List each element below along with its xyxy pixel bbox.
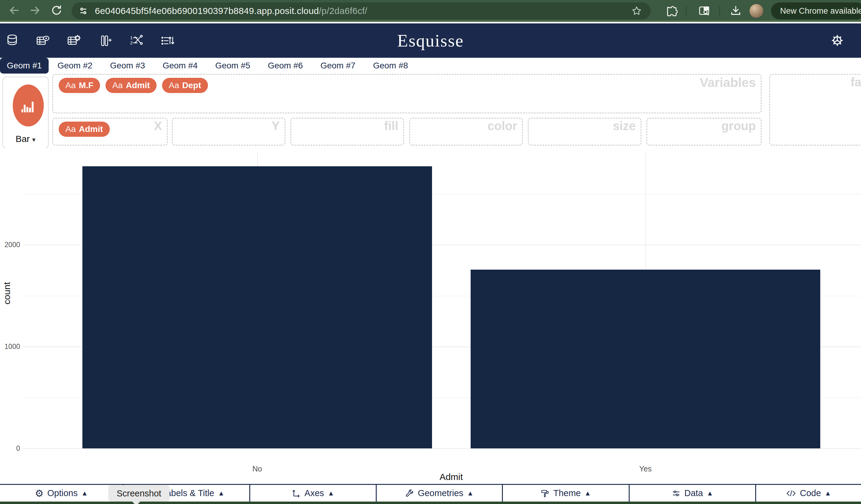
text-type-icon: Aa bbox=[65, 81, 76, 90]
collapse-caret-icon: ▲ bbox=[467, 489, 474, 497]
toolbar-button-label: Geometries bbox=[418, 488, 463, 498]
plot-output: 010002000NoYesAdmitcount bbox=[0, 148, 861, 484]
gear-icon: ⚙ bbox=[35, 489, 44, 498]
chevron-down-icon: ▾ bbox=[32, 136, 36, 144]
variable-pill-label: Dept bbox=[182, 81, 201, 90]
toolbar-button-label: Options bbox=[47, 488, 78, 498]
text-type-icon: Aa bbox=[169, 81, 179, 90]
chrome-update-label: New Chrome available bbox=[780, 6, 861, 16]
create-column-icon[interactable] bbox=[97, 33, 113, 49]
y-tick-label: 1000 bbox=[1, 343, 20, 351]
gear-icon[interactable] bbox=[829, 32, 845, 48]
download-icon[interactable] bbox=[727, 2, 744, 19]
wrench-icon bbox=[405, 489, 414, 498]
variables-dropzone[interactable]: Variables AaM.FAaAdmitAaDept bbox=[52, 74, 762, 113]
axes-toolbar-button[interactable]: Axes▲ bbox=[250, 485, 377, 502]
x-axis-title: Admit bbox=[440, 472, 463, 482]
theme-toolbar-button[interactable]: Theme▲ bbox=[503, 485, 630, 502]
cut-variable-icon[interactable]: 12 bbox=[128, 33, 144, 49]
variable-pill-m.f[interactable]: AaM.F bbox=[59, 78, 100, 93]
forward-button[interactable] bbox=[27, 2, 44, 19]
variables-zone-label: Variables bbox=[700, 76, 756, 90]
major-gridline bbox=[23, 448, 861, 449]
collapse-caret-icon: ▲ bbox=[328, 489, 334, 497]
variable-pill-dept[interactable]: AaDept bbox=[162, 78, 208, 93]
facet-dropzone[interactable]: fa bbox=[769, 74, 861, 146]
geom-selector-label[interactable]: Bar▾ bbox=[3, 134, 48, 144]
window-bottom-edge bbox=[0, 502, 861, 504]
text-type-icon: Aa bbox=[65, 124, 76, 134]
variable-pill-label: M.F bbox=[79, 81, 93, 90]
paint-roller-icon bbox=[541, 489, 550, 498]
url-domain: 6e040645bf5f4e06b6900190397b8849.app.pos… bbox=[95, 6, 319, 16]
update-variables-icon[interactable] bbox=[66, 33, 82, 49]
chrome-update-button[interactable]: New Chrome available bbox=[771, 2, 861, 19]
aes-mapping-panel: Bar▾ Variables AaM.FAaAdmitAaDept XAaAdm… bbox=[0, 73, 861, 148]
axes-icon bbox=[291, 489, 301, 498]
dropzone-y[interactable]: Y bbox=[172, 118, 286, 146]
toolbar-divider bbox=[686, 6, 686, 16]
tab-geom-3[interactable]: Geom #3 bbox=[101, 58, 154, 73]
dropzone-label: group bbox=[722, 119, 756, 133]
browser-toolbar: 6e040645bf5f4e06b6900190397b8849.app.pos… bbox=[0, 0, 861, 22]
collapse-caret-icon: ▲ bbox=[824, 489, 831, 497]
extensions-icon[interactable] bbox=[663, 2, 680, 19]
tooltip-caret bbox=[132, 501, 140, 504]
dropzone-label: fill bbox=[384, 119, 398, 133]
tab-geom-2[interactable]: Geom #2 bbox=[49, 58, 101, 73]
tab-geom-6[interactable]: Geom #6 bbox=[259, 58, 312, 73]
code-toolbar-button[interactable]: Code▲ bbox=[756, 485, 861, 502]
text-type-icon: Aa bbox=[112, 81, 123, 90]
y-axis-title: count bbox=[2, 282, 12, 304]
screenshot-tooltip: Screenshot bbox=[108, 485, 170, 502]
y-tick-label: 2000 bbox=[1, 241, 20, 249]
dropzone-fill[interactable]: fill bbox=[290, 118, 404, 146]
bar-chart-icon bbox=[13, 84, 44, 126]
dropzone-size[interactable]: size bbox=[528, 118, 642, 146]
dropzone-color[interactable]: color bbox=[409, 118, 523, 146]
geom-selector[interactable]: Bar▾ bbox=[2, 77, 49, 149]
variable-pill-admit[interactable]: AaAdmit bbox=[59, 122, 110, 137]
variable-pill-label: Admit bbox=[79, 124, 103, 134]
tab-geom-8[interactable]: Geom #8 bbox=[364, 58, 417, 73]
database-icon[interactable] bbox=[4, 33, 20, 49]
x-tick-label: Yes bbox=[639, 464, 652, 473]
tab-search-icon[interactable] bbox=[696, 2, 713, 19]
toolbar-button-label: Code bbox=[800, 488, 821, 498]
variable-pill-admit[interactable]: AaAdmit bbox=[106, 78, 156, 93]
tab-geom-4[interactable]: Geom #4 bbox=[154, 58, 206, 73]
geometries-toolbar-button[interactable]: Geometries▲ bbox=[377, 485, 503, 502]
address-bar[interactable]: 6e040645bf5f4e06b6900190397b8849.app.pos… bbox=[72, 2, 651, 19]
screenshot-tooltip-label: Screenshot bbox=[117, 489, 161, 499]
data-toolbar-button[interactable]: Data▲ bbox=[630, 485, 756, 502]
code-icon bbox=[786, 489, 796, 498]
back-button[interactable] bbox=[5, 2, 23, 19]
toolbar-button-label: Theme bbox=[553, 488, 581, 498]
collapse-caret-icon: ▲ bbox=[584, 489, 591, 497]
dropzone-group[interactable]: group bbox=[646, 118, 762, 146]
tab-geom-7[interactable]: Geom #7 bbox=[312, 58, 364, 73]
url-text: 6e040645bf5f4e06b6900190397b8849.app.pos… bbox=[95, 6, 367, 16]
svg-text:1: 1 bbox=[130, 35, 133, 40]
profile-avatar[interactable] bbox=[749, 4, 764, 18]
tab-geom-1[interactable]: Geom #1 bbox=[0, 58, 49, 73]
tab-geom-5[interactable]: Geom #5 bbox=[206, 58, 259, 73]
toolbar-divider bbox=[719, 6, 720, 16]
collapse-caret-icon: ▲ bbox=[707, 489, 713, 497]
dropzone-label: color bbox=[487, 119, 517, 133]
dropzone-label: Y bbox=[272, 119, 280, 133]
reload-button[interactable] bbox=[48, 2, 65, 19]
collapse-caret-icon: ▲ bbox=[218, 489, 225, 497]
sort-levels-icon[interactable] bbox=[159, 33, 175, 49]
url-path: /p/2da6f6cf/ bbox=[319, 6, 367, 16]
view-data-icon[interactable] bbox=[35, 33, 51, 49]
dropzone-label: size bbox=[613, 119, 636, 133]
dropzone-x[interactable]: XAaAdmit bbox=[52, 118, 168, 146]
options-toolbar-button[interactable]: ⚙Options▲ bbox=[0, 485, 124, 502]
sliders-icon bbox=[672, 489, 681, 498]
geom-tabs: Geom #1Geom #2Geom #3Geom #4Geom #5Geom … bbox=[0, 58, 861, 73]
site-settings-icon[interactable] bbox=[72, 2, 95, 19]
bookmark-star-icon[interactable] bbox=[630, 4, 643, 18]
bar-no bbox=[82, 166, 432, 448]
svg-text:2: 2 bbox=[130, 40, 133, 45]
